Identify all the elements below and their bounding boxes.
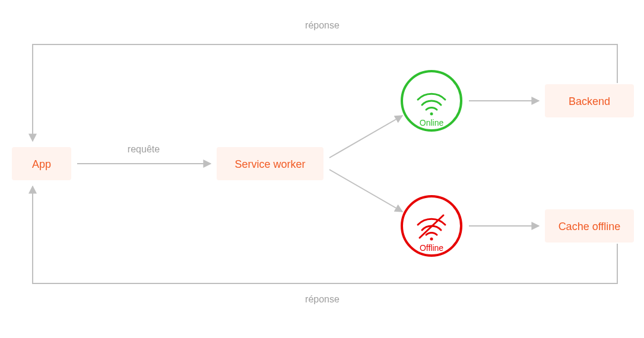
edge-sw-to-offline xyxy=(329,170,402,212)
edge-cache-to-app: réponse xyxy=(33,186,617,304)
node-app-label: App xyxy=(32,158,51,170)
node-service-worker: Service worker xyxy=(217,147,323,180)
svg-point-3 xyxy=(430,113,433,116)
edge-backend-to-app: réponse xyxy=(33,20,617,141)
edge-sw-to-online xyxy=(329,116,402,158)
edge-app-to-sw: requête xyxy=(77,144,211,164)
node-backend: Backend xyxy=(545,84,634,117)
edge-cache-to-app-label: réponse xyxy=(305,294,340,304)
node-cache-offline-label: Cache offline xyxy=(559,221,621,232)
svg-point-5 xyxy=(430,238,433,241)
node-service-worker-label: Service worker xyxy=(234,158,305,170)
node-offline-label: Offline xyxy=(420,243,443,253)
node-backend-label: Backend xyxy=(569,95,610,107)
node-offline: Offline xyxy=(402,196,461,256)
edge-app-to-sw-label: requête xyxy=(128,144,160,154)
edge-backend-to-app-label: réponse xyxy=(305,20,340,30)
node-app: App xyxy=(12,147,71,180)
node-online: Online xyxy=(402,71,461,130)
node-cache-offline: Cache offline xyxy=(545,209,634,243)
node-online-label: Online xyxy=(420,118,444,127)
